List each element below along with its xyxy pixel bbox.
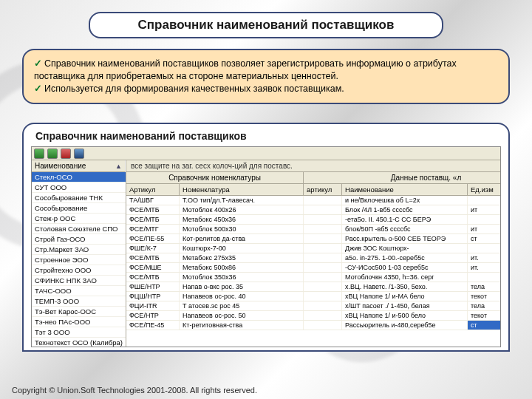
cell xyxy=(304,273,342,282)
table-row[interactable]: ФШЕ/НТРНапав о-вкс рос. 35х.ВЦ. Наветс. … xyxy=(126,282,500,292)
cell xyxy=(304,215,342,224)
cell xyxy=(468,244,500,253)
cell xyxy=(304,321,342,330)
list-item[interactable]: Технотекст ОСО (Калибра) xyxy=(32,338,126,347)
cell xyxy=(304,205,342,214)
cell: Мотоблок 350х36 xyxy=(180,273,304,282)
list-item[interactable]: Сособырование xyxy=(32,203,126,214)
cell: хВЦ Напопе 1/ и-МА бело xyxy=(342,292,468,301)
list-item[interactable]: Столовая Союзтеле СПО xyxy=(32,224,126,234)
data-grid[interactable]: ТА/ШВГТ.ОО тип/дл.Т-лавесач.и не/Вклочеш… xyxy=(126,196,500,347)
group-headers: Справочник номенклатуры Данные поставщ. … xyxy=(126,172,500,184)
cell: Блок /4Л 1-вб5 ссссбс xyxy=(342,205,468,214)
cell: ФСЕ/МТБ xyxy=(126,205,180,214)
list-item[interactable]: Тэт 3 ООО xyxy=(32,327,126,338)
list-item[interactable]: ТАЧС-ООО xyxy=(32,286,126,296)
table-row[interactable]: ФЦИ-ITRТ атосев.эс рос 45х/ШТ пасоет ./ … xyxy=(126,301,500,311)
cell: тела xyxy=(468,282,500,291)
tab-strip[interactable]: все защите на заг. сесх колоч-ций для по… xyxy=(126,160,500,172)
cell xyxy=(304,234,342,243)
table-row[interactable]: ФШЕ/К-7Коштюрх-7-00Джив ЗОС Коштюрх-0,00… xyxy=(126,244,500,253)
table-row[interactable]: ФСЕ/МТГМотоблок 500х30блок/50П -вб5 сссс… xyxy=(126,225,500,234)
supplier-column-header[interactable]: Наименование ▲ xyxy=(32,160,126,172)
cell: ФСЕ/ПЕ-45 xyxy=(126,321,180,330)
col-nomenclature[interactable]: Номенклатура xyxy=(180,184,304,195)
cell: -СУ-ИСос500 1-03 сереб5с xyxy=(342,263,468,272)
page-title: Справочник наименований поставщиков xyxy=(89,12,443,38)
cell xyxy=(304,253,342,262)
cell: ит. xyxy=(468,253,500,262)
cell: ит xyxy=(468,225,500,233)
cell: текот xyxy=(468,292,500,301)
supplier-header-label: Наименование xyxy=(35,162,86,170)
details-pane: все защите на заг. сесх колоч-ций для по… xyxy=(126,160,500,347)
supplier-list-pane: Наименование ▲ Стекл-ОСОСУТ ОООСособыров… xyxy=(32,160,126,347)
cell: ит xyxy=(468,205,500,214)
col-article2[interactable]: артикул xyxy=(304,184,342,195)
cell: тела xyxy=(468,301,500,310)
table-row[interactable]: ФСЕ/МТБМетабокс 450х36-ета5о. II. 450.1-… xyxy=(126,215,500,225)
cell: ФШЕ/НТР xyxy=(126,282,180,291)
table-row[interactable]: ФСЕ/МТБМотоблок 350х36Мотоблочкн 4350, h… xyxy=(126,273,500,282)
col-unit[interactable]: Ед.изм xyxy=(468,184,500,195)
toolbar-save-icon[interactable] xyxy=(47,149,58,159)
cell xyxy=(304,244,342,253)
table-row[interactable]: ФЦШ/НТРНапавеов ос-рос. 40хВЦ Напопе 1/ … xyxy=(126,292,500,301)
supplier-list[interactable]: Стекл-ОСОСУТ ОООСособырование ТНКСособыр… xyxy=(32,172,126,347)
copyright: Copyright © Union.Soft Technologies 2001… xyxy=(12,386,257,395)
list-item[interactable]: Стройтехно ООО xyxy=(32,265,126,276)
table-row[interactable]: ФСЕ/ПЕ-55Кот-релитов да-стваРасс.крытель… xyxy=(126,234,500,244)
list-item[interactable]: СУТ ООО xyxy=(32,183,126,193)
table-row[interactable]: ФСЕ/НТРНапавеов ос-рос. 50хВЦ Напопе 1/ … xyxy=(126,311,500,321)
cell: ФСЕ/НТР xyxy=(126,311,180,320)
cell xyxy=(468,196,500,205)
cell: Напавеов ос-рос. 50 xyxy=(180,311,304,320)
cell: Мотоблок 400х26 xyxy=(180,205,304,214)
cell: а5о. in-275. 1-00.-сереб5с xyxy=(342,253,468,262)
list-item[interactable]: Стекл-ОСО xyxy=(32,172,126,183)
catalog-window: Справочник наименований поставщиков Наим… xyxy=(22,123,510,352)
cell: ТА/ШВГ xyxy=(126,196,180,205)
col-name[interactable]: Наименование xyxy=(342,184,468,195)
cell: ФСЕ/МТБ xyxy=(126,273,180,282)
cell: х.ВЦ. Наветс. /1-350, 5ехо. xyxy=(342,282,468,291)
toolbar-delete-icon[interactable] xyxy=(61,149,71,159)
toolbar-refresh-icon[interactable] xyxy=(74,149,84,159)
list-item[interactable]: Строенное ЭОО xyxy=(32,255,126,265)
info-line: Используется для формирования качественн… xyxy=(44,83,344,94)
table-row[interactable]: ФСЕ/МТБМетабокс 275х35а5о. in-275. 1-00.… xyxy=(126,253,500,263)
cell: Т.ОО тип/дл.Т-лавесач. xyxy=(180,196,304,205)
cell xyxy=(468,215,500,224)
cell: Напав о-вкс рос. 35 xyxy=(180,282,304,291)
cell: х/ШТ пасоет ./ 1-450, белая xyxy=(342,301,468,310)
cell xyxy=(468,273,500,282)
list-item[interactable]: Тэ-Вет Карос-ООС xyxy=(32,307,126,317)
cell: ФЦШ/НТР xyxy=(126,292,180,301)
list-item[interactable]: Строй Газ-ОСО xyxy=(32,234,126,245)
table-row[interactable]: ФСЕ/МТБМотоблок 400х26Блок /4Л 1-вб5 ссс… xyxy=(126,205,500,215)
list-item[interactable]: СФИНКС НПК ЗАО xyxy=(32,276,126,286)
list-item[interactable]: ТЕМП-3 ООО xyxy=(32,296,126,307)
list-item[interactable]: Тэ-нео ПАс-ООО xyxy=(32,317,126,327)
cell: блок/50П -вб5 ссссбс xyxy=(342,225,468,233)
cell: Кот-релитов да-ства xyxy=(180,234,304,243)
check-icon: ✓ xyxy=(34,83,42,94)
list-item[interactable]: Стеж-р ООС xyxy=(32,214,126,224)
list-item[interactable]: Сособырование ТНК xyxy=(32,193,126,203)
table-row[interactable]: ТА/ШВГТ.ОО тип/дл.Т-лавесач.и не/Вклочеш… xyxy=(126,196,500,205)
info-panel: ✓Справочник наименований поставщиков поз… xyxy=(22,49,510,104)
list-item[interactable]: Стр.Маркет ЗАО xyxy=(32,245,126,255)
info-line: Справочник наименований поставщиков позв… xyxy=(34,58,457,81)
cell xyxy=(304,282,342,291)
cell: Напавеов ос-рос. 40 xyxy=(180,292,304,301)
cell: Расс.крытель о-500 СЕБ ТЕОРЭ xyxy=(342,234,468,243)
cell: ит. xyxy=(468,263,500,272)
table-row[interactable]: ФСЕ/ПЕ-45Кт-ретитовная-стваРассьюритель … xyxy=(126,321,500,330)
cell: Рассьюритель и-480,сереб5е xyxy=(342,321,468,330)
cell: ст xyxy=(468,234,500,243)
table-row[interactable]: ФСЕ/МШЕМетабокс 500х86-СУ-ИСос500 1-03 с… xyxy=(126,263,500,273)
toolbar-new-icon[interactable] xyxy=(34,149,44,159)
cell: хВЦ Напопе 1/ и-500 бело xyxy=(342,311,468,320)
cell: Мотоблок 500х30 xyxy=(180,225,304,233)
col-article[interactable]: Артикул xyxy=(126,184,180,195)
